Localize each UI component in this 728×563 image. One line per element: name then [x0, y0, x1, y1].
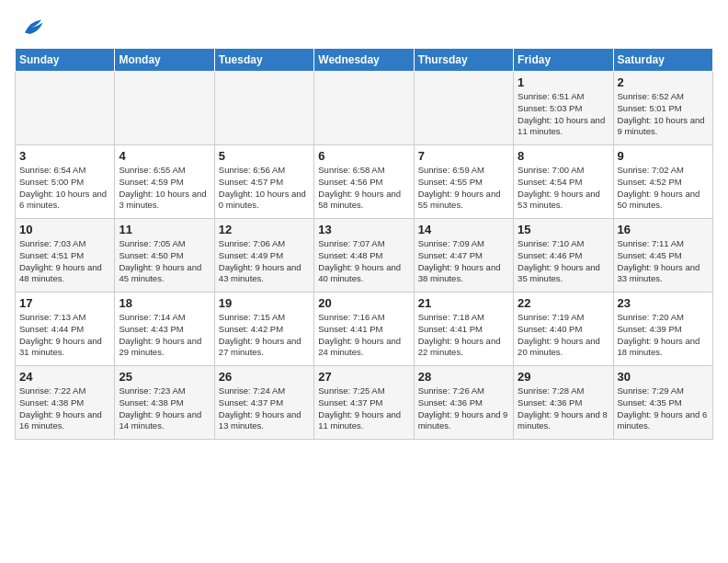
- day-info: Sunrise: 7:10 AM Sunset: 4:46 PM Dayligh…: [518, 238, 609, 285]
- calendar-cell: 29Sunrise: 7:28 AM Sunset: 4:36 PM Dayli…: [514, 366, 613, 440]
- calendar-cell: [414, 72, 513, 145]
- weekday-header-tuesday: Tuesday: [214, 49, 313, 72]
- day-number: 28: [418, 370, 509, 384]
- day-number: 13: [318, 223, 409, 236]
- calendar-table: SundayMondayTuesdayWednesdayThursdayFrid…: [15, 48, 713, 440]
- logo: [15, 15, 44, 40]
- day-info: Sunrise: 7:28 AM Sunset: 4:36 PM Dayligh…: [518, 385, 609, 432]
- calendar-cell: 15Sunrise: 7:10 AM Sunset: 4:46 PM Dayli…: [514, 219, 613, 293]
- calendar-cell: 9Sunrise: 7:02 AM Sunset: 4:52 PM Daylig…: [613, 145, 712, 219]
- calendar-week-4: 17Sunrise: 7:13 AM Sunset: 4:44 PM Dayli…: [16, 293, 713, 366]
- calendar-cell: 10Sunrise: 7:03 AM Sunset: 4:51 PM Dayli…: [16, 219, 115, 293]
- day-number: 1: [518, 75, 609, 89]
- day-info: Sunrise: 7:13 AM Sunset: 4:44 PM Dayligh…: [19, 312, 110, 359]
- calendar-cell: 25Sunrise: 7:23 AM Sunset: 4:38 PM Dayli…: [115, 366, 214, 440]
- calendar-cell: 21Sunrise: 7:18 AM Sunset: 4:41 PM Dayli…: [414, 293, 513, 366]
- day-info: Sunrise: 7:25 AM Sunset: 4:37 PM Dayligh…: [318, 385, 409, 432]
- calendar-cell: 2Sunrise: 6:52 AM Sunset: 5:01 PM Daylig…: [613, 72, 712, 145]
- day-info: Sunrise: 7:11 AM Sunset: 4:45 PM Dayligh…: [618, 238, 709, 285]
- calendar-cell: 1Sunrise: 6:51 AM Sunset: 5:03 PM Daylig…: [514, 72, 613, 145]
- calendar-cell: 12Sunrise: 7:06 AM Sunset: 4:49 PM Dayli…: [214, 219, 313, 293]
- calendar-cell: 24Sunrise: 7:22 AM Sunset: 4:38 PM Dayli…: [16, 366, 115, 440]
- day-number: 27: [318, 370, 409, 384]
- day-info: Sunrise: 7:15 AM Sunset: 4:42 PM Dayligh…: [219, 312, 310, 359]
- calendar-cell: [314, 72, 414, 145]
- weekday-header-monday: Monday: [115, 49, 214, 72]
- weekday-header-saturday: Saturday: [613, 49, 712, 72]
- calendar-cell: 6Sunrise: 6:58 AM Sunset: 4:56 PM Daylig…: [314, 145, 414, 219]
- weekday-header-sunday: Sunday: [16, 49, 115, 72]
- calendar-cell: 13Sunrise: 7:07 AM Sunset: 4:48 PM Dayli…: [314, 219, 414, 293]
- calendar-cell: [214, 72, 313, 145]
- calendar-cell: 3Sunrise: 6:54 AM Sunset: 5:00 PM Daylig…: [16, 145, 115, 219]
- day-number: 29: [518, 370, 609, 384]
- day-number: 21: [418, 296, 509, 310]
- day-info: Sunrise: 7:00 AM Sunset: 4:54 PM Dayligh…: [518, 165, 609, 212]
- weekday-header-wednesday: Wednesday: [314, 49, 414, 72]
- calendar-cell: 7Sunrise: 6:59 AM Sunset: 4:55 PM Daylig…: [414, 145, 513, 219]
- calendar-cell: 5Sunrise: 6:56 AM Sunset: 4:57 PM Daylig…: [214, 145, 313, 219]
- day-number: 19: [219, 296, 310, 310]
- day-number: 26: [219, 370, 310, 384]
- calendar-cell: 16Sunrise: 7:11 AM Sunset: 4:45 PM Dayli…: [613, 219, 712, 293]
- day-number: 2: [618, 75, 709, 89]
- day-info: Sunrise: 7:03 AM Sunset: 4:51 PM Dayligh…: [19, 238, 110, 285]
- calendar-week-1: 1Sunrise: 6:51 AM Sunset: 5:03 PM Daylig…: [16, 72, 713, 145]
- day-info: Sunrise: 7:22 AM Sunset: 4:38 PM Dayligh…: [19, 385, 110, 432]
- day-info: Sunrise: 7:20 AM Sunset: 4:39 PM Dayligh…: [618, 312, 709, 359]
- day-info: Sunrise: 7:19 AM Sunset: 4:40 PM Dayligh…: [518, 312, 609, 359]
- day-number: 15: [518, 223, 609, 236]
- day-info: Sunrise: 7:14 AM Sunset: 4:43 PM Dayligh…: [119, 312, 210, 359]
- day-number: 10: [19, 223, 110, 236]
- day-number: 14: [418, 223, 509, 236]
- weekday-header-thursday: Thursday: [414, 49, 513, 72]
- day-info: Sunrise: 7:16 AM Sunset: 4:41 PM Dayligh…: [318, 312, 409, 359]
- day-info: Sunrise: 7:07 AM Sunset: 4:48 PM Dayligh…: [318, 238, 409, 285]
- day-info: Sunrise: 7:26 AM Sunset: 4:36 PM Dayligh…: [418, 385, 509, 432]
- calendar-cell: 11Sunrise: 7:05 AM Sunset: 4:50 PM Dayli…: [115, 219, 214, 293]
- day-number: 8: [518, 149, 609, 163]
- day-info: Sunrise: 6:58 AM Sunset: 4:56 PM Dayligh…: [318, 165, 409, 212]
- calendar-cell: 19Sunrise: 7:15 AM Sunset: 4:42 PM Dayli…: [214, 293, 313, 366]
- day-number: 23: [618, 296, 709, 310]
- day-number: 4: [119, 149, 210, 163]
- day-number: 25: [119, 370, 210, 384]
- calendar-cell: [115, 72, 214, 145]
- calendar-cell: 28Sunrise: 7:26 AM Sunset: 4:36 PM Dayli…: [414, 366, 513, 440]
- weekday-header-friday: Friday: [514, 49, 613, 72]
- logo-bird-icon: [18, 15, 44, 40]
- calendar-cell: 26Sunrise: 7:24 AM Sunset: 4:37 PM Dayli…: [214, 366, 313, 440]
- day-number: 18: [119, 296, 210, 310]
- calendar-cell: 17Sunrise: 7:13 AM Sunset: 4:44 PM Dayli…: [16, 293, 115, 366]
- day-info: Sunrise: 7:23 AM Sunset: 4:38 PM Dayligh…: [119, 385, 210, 432]
- day-info: Sunrise: 7:18 AM Sunset: 4:41 PM Dayligh…: [418, 312, 509, 359]
- calendar-week-5: 24Sunrise: 7:22 AM Sunset: 4:38 PM Dayli…: [16, 366, 713, 440]
- day-number: 22: [518, 296, 609, 310]
- calendar-week-2: 3Sunrise: 6:54 AM Sunset: 5:00 PM Daylig…: [16, 145, 713, 219]
- day-number: 20: [318, 296, 409, 310]
- day-number: 24: [19, 370, 110, 384]
- day-info: Sunrise: 6:52 AM Sunset: 5:01 PM Dayligh…: [618, 91, 709, 138]
- day-info: Sunrise: 6:59 AM Sunset: 4:55 PM Dayligh…: [418, 165, 509, 212]
- calendar-cell: 14Sunrise: 7:09 AM Sunset: 4:47 PM Dayli…: [414, 219, 513, 293]
- day-info: Sunrise: 6:55 AM Sunset: 4:59 PM Dayligh…: [119, 165, 210, 212]
- day-info: Sunrise: 6:51 AM Sunset: 5:03 PM Dayligh…: [518, 91, 609, 138]
- day-number: 11: [119, 223, 210, 236]
- page-header: [15, 15, 713, 40]
- day-info: Sunrise: 7:05 AM Sunset: 4:50 PM Dayligh…: [119, 238, 210, 285]
- calendar-cell: 18Sunrise: 7:14 AM Sunset: 4:43 PM Dayli…: [115, 293, 214, 366]
- day-number: 6: [318, 149, 409, 163]
- day-number: 9: [618, 149, 709, 163]
- calendar-cell: 27Sunrise: 7:25 AM Sunset: 4:37 PM Dayli…: [314, 366, 414, 440]
- calendar-cell: 23Sunrise: 7:20 AM Sunset: 4:39 PM Dayli…: [613, 293, 712, 366]
- day-info: Sunrise: 6:56 AM Sunset: 4:57 PM Dayligh…: [219, 165, 310, 212]
- calendar-cell: 8Sunrise: 7:00 AM Sunset: 4:54 PM Daylig…: [514, 145, 613, 219]
- calendar-cell: 4Sunrise: 6:55 AM Sunset: 4:59 PM Daylig…: [115, 145, 214, 219]
- day-info: Sunrise: 7:29 AM Sunset: 4:35 PM Dayligh…: [618, 385, 709, 432]
- day-info: Sunrise: 7:09 AM Sunset: 4:47 PM Dayligh…: [418, 238, 509, 285]
- day-number: 16: [618, 223, 709, 236]
- day-number: 30: [618, 370, 709, 384]
- day-number: 7: [418, 149, 509, 163]
- day-info: Sunrise: 7:06 AM Sunset: 4:49 PM Dayligh…: [219, 238, 310, 285]
- day-info: Sunrise: 7:02 AM Sunset: 4:52 PM Dayligh…: [618, 165, 709, 212]
